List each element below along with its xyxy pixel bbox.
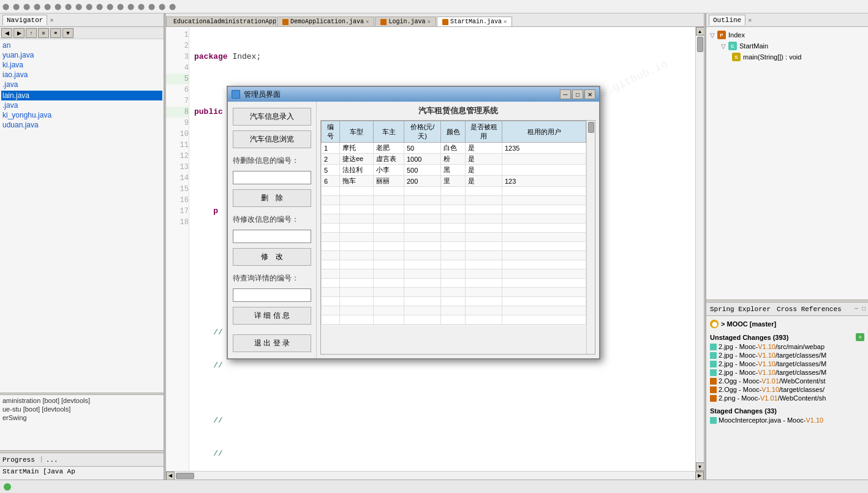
nav-item-java3[interactable]: .java xyxy=(1,100,162,110)
car-table-row[interactable] xyxy=(322,205,586,214)
nav-collapse-btn[interactable]: ≡ xyxy=(38,28,49,38)
car-table-row[interactable] xyxy=(322,242,586,251)
dialog-close-btn[interactable]: ✕ xyxy=(584,89,595,99)
logout-btn[interactable]: 退 出 登 录 xyxy=(233,334,311,352)
car-table-row[interactable]: 1摩托老肥50白色是1235 xyxy=(322,143,586,154)
car-table-cell xyxy=(374,315,404,325)
git-item-3[interactable]: 2.jpg - Mooc-V1.10/target/classes/M xyxy=(709,359,866,368)
nav-link-btn[interactable]: ⚭ xyxy=(50,28,61,38)
hscroll-left-btn[interactable]: ◀ xyxy=(166,472,175,480)
outline-tab[interactable]: Outline xyxy=(709,15,745,25)
cross-ref-tab[interactable]: Cross References xyxy=(774,304,844,314)
car-table-row[interactable] xyxy=(322,233,586,242)
car-table-row[interactable]: 2捷达ee虚言表1000粉是 xyxy=(322,154,586,165)
detail-id-input[interactable] xyxy=(233,288,311,302)
car-table-row[interactable] xyxy=(322,214,586,224)
car-table-cell xyxy=(502,242,586,251)
nav-item-an[interactable]: an xyxy=(1,40,162,50)
nav-item-iao[interactable]: iao.java xyxy=(1,70,162,80)
car-table-cell xyxy=(502,165,586,176)
outline-item-main[interactable]: S main(String[]) : void xyxy=(709,51,866,62)
car-info-entry-btn[interactable]: 汽车信息录入 xyxy=(233,108,311,126)
modify-btn[interactable]: 修 改 xyxy=(233,248,311,266)
car-table-row[interactable] xyxy=(322,260,586,269)
scroll-down-btn[interactable]: ▼ xyxy=(696,462,704,471)
navigator-close-icon[interactable]: ✕ xyxy=(50,17,53,24)
car-table-row[interactable] xyxy=(322,306,586,315)
scroll-thumb[interactable] xyxy=(697,37,703,52)
git-item-1[interactable]: 2.jpg - Mooc-V1.10/src/main/webap xyxy=(709,342,866,351)
car-table-row[interactable] xyxy=(322,279,586,288)
tab-login[interactable]: Login.java ✕ xyxy=(375,17,436,26)
minimize-icon[interactable]: ─ xyxy=(853,305,859,313)
car-table-row[interactable] xyxy=(322,288,586,297)
hscroll-right-btn[interactable]: ▶ xyxy=(695,472,704,480)
car-table-row[interactable] xyxy=(322,187,586,196)
hscroll-thumb[interactable] xyxy=(176,473,194,479)
repo-header[interactable]: ⬤ > MOOC [master] xyxy=(709,318,866,329)
detail-btn[interactable]: 详 细 信 息 xyxy=(233,307,311,325)
nav-item-lain[interactable]: lain.java xyxy=(1,91,162,100)
nav-item-uduan[interactable]: uduan.java xyxy=(1,120,162,130)
outline-item-startmain[interactable]: ▽ C StartMain xyxy=(709,40,866,51)
car-table-row[interactable] xyxy=(322,297,586,306)
nav-item-java1[interactable]: .java xyxy=(1,80,162,89)
delete-id-input[interactable] xyxy=(233,171,311,184)
car-table-row[interactable]: 6拖车丽丽200里是123 xyxy=(322,176,586,187)
nav-item-yuan[interactable]: yuan.java xyxy=(1,50,162,60)
git-item-5[interactable]: 2.Ogg - Mooc-V1.01/WebContent/st xyxy=(709,377,866,385)
tab-demo[interactable]: DemoApplication.java ✕ xyxy=(277,17,374,26)
nav-bottom-item-1[interactable]: aministration [boot] [devtools] xyxy=(1,396,162,405)
tab-close-startmain[interactable]: ✕ xyxy=(504,18,507,25)
git-item-6[interactable]: 2.Ogg - Mooc-V1.10/target/classes/ xyxy=(709,385,866,394)
nav-forward-btn[interactable]: ▶ xyxy=(13,28,25,38)
delete-btn[interactable]: 删 除 xyxy=(233,189,311,207)
outline-close-icon[interactable]: ✕ xyxy=(748,17,752,24)
car-table-cell xyxy=(340,297,374,306)
nav-item-ki[interactable]: ki.java xyxy=(1,60,162,70)
tab-close-demo[interactable]: ✕ xyxy=(366,18,369,25)
car-table-row[interactable] xyxy=(322,196,586,205)
table-scroll-thumb[interactable] xyxy=(588,122,594,133)
git-item-2[interactable]: 2.jpg - Mooc-V1.10/target/classes/M xyxy=(709,351,866,359)
git-item-4[interactable]: 2.jpg - Mooc-V1.10/target/classes/M xyxy=(709,368,866,377)
outline-item-index[interactable]: ▽ P Index xyxy=(709,29,866,40)
car-table-row[interactable] xyxy=(322,269,586,279)
car-table-row[interactable] xyxy=(322,315,586,325)
staged-item-1[interactable]: MoocInterceptor.java - Mooc-V1.10 xyxy=(709,416,866,424)
tab-educational[interactable]: EducationaladministrationApplication.jav… xyxy=(166,17,276,26)
nav-up-btn[interactable]: ↑ xyxy=(26,28,37,38)
progress-tab[interactable]: Progress xyxy=(2,456,35,464)
class-icon: C xyxy=(728,42,737,50)
nav-back-btn[interactable]: ◀ xyxy=(1,28,12,38)
nav-menu-btn[interactable]: ▼ xyxy=(62,28,74,38)
car-table-container: 编号 车型 车主 价格(元/天) 颜色 是否被租用 租用的用户 xyxy=(320,120,595,355)
navigator-tab[interactable]: Navigator xyxy=(2,15,47,25)
car-table-row[interactable]: 5法拉利小李500黑是 xyxy=(322,165,586,176)
car-info-browse-btn[interactable]: 汽车信息浏览 xyxy=(233,130,311,148)
dialog-restore-btn[interactable]: □ xyxy=(572,89,583,99)
maximize-icon[interactable]: □ xyxy=(861,305,867,313)
tab-startmain[interactable]: StartMain.java ✕ xyxy=(437,17,512,26)
car-table-scroll[interactable]: 编号 车型 车主 价格(元/天) 颜色 是否被租用 租用的用户 xyxy=(321,121,586,354)
editor-hscrollbar[interactable]: ◀ ▶ xyxy=(166,471,704,480)
table-scrollbar[interactable] xyxy=(586,121,595,354)
spring-explorer-tab[interactable]: Spring Explorer xyxy=(708,304,773,314)
progress-tab2[interactable]: ... xyxy=(46,456,58,464)
nav-item-ki-yonghu[interactable]: ki_yonghu.java xyxy=(1,110,162,120)
car-table-cell xyxy=(404,187,441,196)
unstaged-add-btn[interactable]: + xyxy=(856,333,864,341)
scroll-up-btn[interactable]: ▲ xyxy=(696,27,704,36)
nav-bottom-item-3[interactable]: erSwing xyxy=(1,413,162,422)
car-table-row[interactable] xyxy=(322,224,586,233)
car-table-cell xyxy=(322,306,340,315)
car-table-cell xyxy=(404,279,441,288)
modify-id-input[interactable] xyxy=(233,230,311,243)
dialog-minimize-btn[interactable]: ─ xyxy=(560,89,571,99)
editor-scrollbar[interactable]: ▲ ▼ xyxy=(695,27,704,471)
nav-bottom-item-2[interactable]: ue-stu [boot] [devtools] xyxy=(1,405,162,413)
tab-close-login[interactable]: ✕ xyxy=(427,18,430,25)
car-table-row[interactable] xyxy=(322,251,586,260)
th-rented: 是否被租用 xyxy=(466,121,502,143)
git-item-7[interactable]: 2.png - Mooc-V1.01/WebContent/sh xyxy=(709,394,866,402)
